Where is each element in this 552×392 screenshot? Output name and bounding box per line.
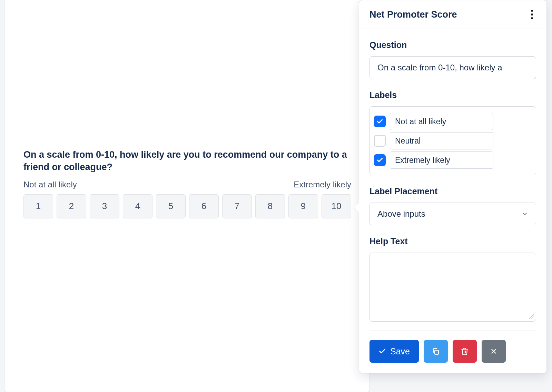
panel-actions: Save bbox=[359, 340, 546, 363]
close-icon bbox=[490, 347, 497, 355]
panel-header: Net Promoter Score bbox=[359, 0, 546, 29]
label-placement-select[interactable]: Above inputs bbox=[369, 203, 536, 225]
close-button[interactable] bbox=[482, 340, 506, 363]
score-tile-2[interactable]: 2 bbox=[57, 194, 86, 218]
label-input-0[interactable]: Not at all likely bbox=[390, 113, 493, 130]
score-tile-5[interactable]: 5 bbox=[156, 194, 186, 218]
label-input-2[interactable]: Extremely likely bbox=[390, 151, 493, 169]
chevron-down-icon bbox=[521, 210, 528, 217]
label-checkbox-2[interactable] bbox=[374, 154, 386, 166]
panel-title: Net Promoter Score bbox=[369, 9, 457, 20]
question-text: On a scale from 0-10, how likely are you… bbox=[23, 148, 351, 174]
score-tile-3[interactable]: 3 bbox=[90, 194, 119, 218]
scale-labels: Not at all likely Extremely likely bbox=[23, 180, 351, 189]
labels-section-label: Labels bbox=[369, 90, 536, 100]
help-text-section-label: Help Text bbox=[369, 236, 536, 246]
more-options-button[interactable] bbox=[528, 9, 536, 20]
question-input[interactable]: On a scale from 0-10, how likely a bbox=[369, 56, 536, 79]
score-tile-1[interactable]: 1 bbox=[23, 194, 53, 218]
score-row: 12345678910 bbox=[23, 194, 351, 218]
delete-button[interactable] bbox=[453, 340, 477, 363]
question-section-label: Question bbox=[369, 40, 536, 50]
copy-icon bbox=[432, 347, 440, 355]
score-tile-10[interactable]: 10 bbox=[322, 194, 351, 218]
settings-panel: Net Promoter Score Question On a scale f… bbox=[359, 0, 547, 373]
score-tile-7[interactable]: 7 bbox=[222, 194, 252, 218]
help-text-input[interactable] bbox=[369, 253, 536, 322]
labels-editor: Not at all likelyNeutralExtremely likely bbox=[369, 106, 536, 175]
check-icon bbox=[378, 347, 386, 355]
scale-left-label: Not at all likely bbox=[23, 180, 77, 189]
placement-section-label: Label Placement bbox=[369, 186, 536, 196]
question-input-value: On a scale from 0-10, how likely a bbox=[377, 63, 502, 72]
label-row-0: Not at all likely bbox=[374, 113, 532, 130]
score-tile-4[interactable]: 4 bbox=[123, 194, 152, 218]
score-tile-9[interactable]: 9 bbox=[288, 194, 318, 218]
survey-preview-card: On a scale from 0-10, how likely are you… bbox=[4, 0, 370, 392]
divider bbox=[369, 331, 536, 331]
label-placement-value: Above inputs bbox=[377, 209, 425, 219]
score-tile-6[interactable]: 6 bbox=[189, 194, 219, 218]
label-input-1[interactable]: Neutral bbox=[390, 132, 493, 149]
save-button-label: Save bbox=[390, 346, 410, 356]
svg-rect-0 bbox=[435, 350, 438, 354]
label-checkbox-0[interactable] bbox=[374, 116, 386, 127]
label-row-1: Neutral bbox=[374, 132, 532, 149]
duplicate-button[interactable] bbox=[424, 340, 448, 363]
scale-right-label: Extremely likely bbox=[294, 180, 351, 189]
trash-icon bbox=[461, 347, 469, 355]
score-tile-8[interactable]: 8 bbox=[255, 194, 285, 218]
label-row-2: Extremely likely bbox=[374, 151, 532, 169]
question-block: On a scale from 0-10, how likely are you… bbox=[23, 148, 351, 218]
save-button[interactable]: Save bbox=[369, 340, 419, 363]
label-checkbox-1[interactable] bbox=[374, 135, 386, 147]
